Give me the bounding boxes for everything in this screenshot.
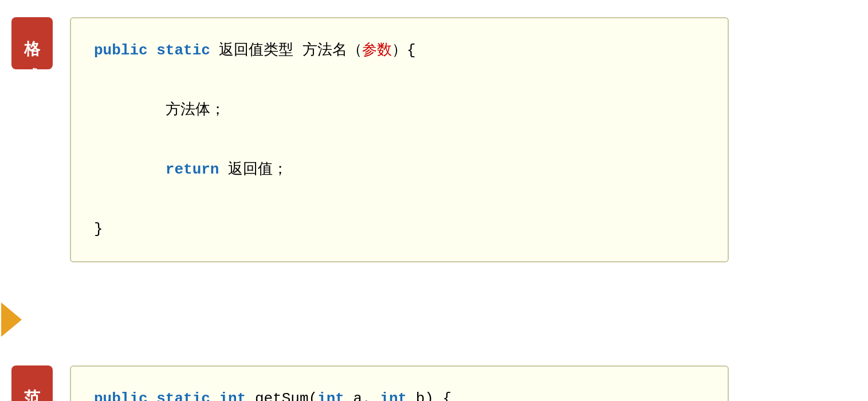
geishi-code-block: public static 返回值类型 方法名（参数）{ 方法体； return…: [70, 17, 729, 262]
arrow-row: [0, 302, 868, 337]
fanli-code-block: public static int getSum(int a, int b) {…: [70, 365, 729, 401]
spacer2: [0, 337, 868, 360]
section-fanli: 范 例 public static int getSum(int a, int …: [0, 360, 868, 401]
fanli-label: 范 例: [11, 365, 53, 401]
page-container: 格 式 public static 返回值类型 方法名（参数）{ 方法体； re…: [0, 0, 868, 401]
spacer: [0, 280, 868, 302]
geishi-code-pre: public static 返回值类型 方法名（参数）{ 方法体； return…: [94, 36, 705, 244]
fanli-code-pre: public static int getSum(int a, int b) {…: [94, 384, 705, 401]
section-geishi: 格 式 public static 返回值类型 方法名（参数）{ 方法体； re…: [0, 11, 868, 262]
chevron-arrow-icon: [1, 302, 22, 337]
geishi-label: 格 式: [11, 17, 53, 69]
